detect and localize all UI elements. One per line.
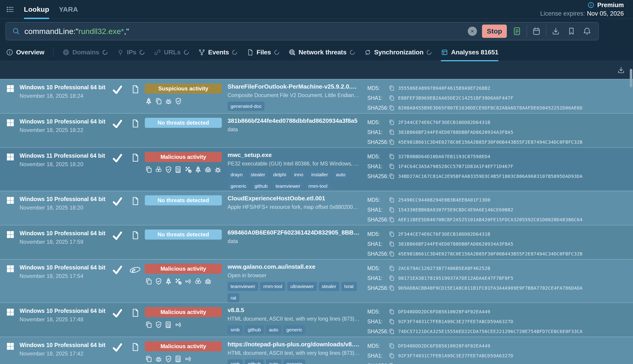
copy-hash-button[interactable] (388, 265, 395, 272)
tab-events[interactable]: Events (198, 44, 238, 61)
copy-hash-button[interactable] (388, 250, 395, 257)
analysis-row[interactable]: Windows 11 Professional 64 bitNovember 1… (0, 147, 633, 191)
copy-hash-button[interactable] (388, 206, 395, 213)
tag-installer[interactable]: installer (308, 170, 331, 179)
copy-hash-button[interactable] (388, 285, 395, 291)
link-icon (154, 49, 161, 56)
search-query[interactable]: commandLine:"rundll32.exe*," (24, 27, 468, 36)
export-icon[interactable] (617, 66, 625, 74)
copy-hash-button[interactable] (388, 328, 395, 334)
analysis-row[interactable]: Windows 10 Professional 64 bitNovember 1… (0, 191, 633, 225)
tag-auto[interactable]: auto (266, 360, 281, 364)
file-name[interactable]: ShareFileForOutlook-PerMachine-v25.9.2.0… (228, 83, 360, 90)
tab-files[interactable]: Files (246, 44, 280, 61)
hash-label: MD5: (367, 265, 388, 272)
task-complete-icon (112, 119, 123, 129)
copy-hash-button[interactable] (388, 173, 395, 180)
search-input[interactable]: commandLine:"rundll32.exe*," Stop (6, 22, 599, 40)
tab-lookup[interactable]: Lookup (24, 0, 49, 19)
report-icon[interactable] (512, 26, 522, 36)
tag-drayn[interactable]: drayn (228, 170, 246, 179)
tab-ips[interactable]: IPs (117, 44, 145, 61)
copy-hash-button[interactable] (388, 241, 395, 247)
tab-network-threats[interactable]: Network threats (288, 44, 355, 61)
download-icon[interactable] (551, 27, 560, 36)
copy-hash-button[interactable] (388, 343, 395, 349)
tag-tvrat[interactable]: tvrat (341, 282, 357, 291)
loading-spinner-icon (426, 49, 432, 55)
copy-hash-button[interactable] (388, 153, 395, 160)
analysis-row[interactable]: Windows 10 Professional 64 bitNovember 1… (0, 259, 633, 302)
tag-auto[interactable]: auto (333, 170, 348, 179)
file-name[interactable]: CloudExperienceHostOobe.etl.001 (228, 195, 360, 202)
tab-analyses-81651[interactable]: Analyses 81651 (441, 44, 498, 61)
copy-hash-button[interactable] (388, 139, 395, 145)
tab-synchronization[interactable]: Synchronization (364, 44, 432, 61)
copy-hash-button[interactable] (388, 95, 395, 101)
copy-hash-button[interactable] (388, 231, 395, 237)
file-name[interactable]: https://notepad-plus-plus.org/downloads/… (228, 341, 360, 348)
tag-smb[interactable]: smb (228, 325, 243, 334)
analysis-row[interactable]: Windows 10 Professional 64 bitNovember 1… (0, 113, 633, 147)
tag-generic[interactable]: generic (283, 325, 305, 334)
analysis-row[interactable]: Windows 10 Professional 64 bitNovember 1… (0, 302, 633, 337)
copy-hash-button[interactable] (388, 197, 395, 203)
tag-rmm-tool[interactable]: rmm-tool (260, 282, 285, 291)
scrollbar-thumb[interactable] (630, 69, 632, 87)
tag-generic[interactable]: generic (228, 182, 249, 191)
tag-rat[interactable]: rat (228, 293, 239, 302)
tag-github[interactable]: github (252, 182, 271, 191)
file-type-column (127, 337, 143, 364)
tag-teamviewer[interactable]: teamviewer (228, 282, 258, 291)
clear-search-button[interactable] (468, 26, 477, 36)
bookmark-icon[interactable] (567, 27, 576, 36)
copy-hash-button[interactable] (388, 308, 395, 315)
menu-icon[interactable] (6, 5, 14, 14)
file-name[interactable]: mwc_setup.exe (228, 152, 360, 158)
copy-hash-button[interactable] (388, 216, 395, 223)
copy-hash-button[interactable] (388, 352, 395, 359)
analysis-date: November 18, 2025 17:54 (20, 273, 105, 279)
tab-domains[interactable]: Domains (62, 44, 108, 61)
file-name[interactable]: www.galano.com.au/install.exe (228, 263, 360, 270)
tag-generated-doc[interactable]: generated-doc (228, 102, 265, 111)
copy-hash-button[interactable] (388, 105, 395, 111)
copy-hash-button[interactable] (388, 119, 395, 126)
hash-label: MD5: (367, 119, 388, 126)
bell-icon[interactable] (583, 27, 591, 36)
tab-label: Files (257, 49, 271, 56)
tag-github[interactable]: github (245, 360, 264, 364)
tag-teamviewer[interactable]: teamviewer (273, 182, 303, 191)
tag-smb[interactable]: smb (228, 360, 243, 364)
tab-overview[interactable]: Overview (6, 44, 44, 61)
tag-stealer[interactable]: stealer (319, 282, 339, 291)
tag-github[interactable]: github (245, 325, 264, 334)
tag-ultraviewer[interactable]: ultraviewer (287, 282, 317, 291)
tag-auto[interactable]: auto (266, 325, 281, 334)
file-column: www.galano.com.au/install.exeOpen in bro… (224, 260, 364, 302)
tag-delphi[interactable]: delphi (270, 170, 289, 179)
analysis-row[interactable]: Windows 10 Professional 64 bitNovember 1… (0, 225, 633, 259)
tag-generic[interactable]: generic (283, 360, 305, 364)
license-label: License expires: (540, 10, 585, 17)
copy-hash-button[interactable] (388, 275, 395, 282)
document-icon (130, 308, 140, 318)
file-name[interactable]: 698460A0B6E60F2F602361424D832905_8BB23D4… (228, 229, 360, 236)
file-name[interactable]: 381b866bf244fe4ed0788dbbfad8620934a3f8a5 (228, 117, 360, 124)
analysis-row[interactable]: Windows 10 Professional 64 bitNovember 1… (0, 337, 633, 364)
analysis-row[interactable]: Windows 10 Professional 64 bitNovember 1… (0, 79, 633, 113)
copy-hash-button[interactable] (388, 362, 395, 364)
tab-urls[interactable]: URLs (154, 44, 189, 61)
tab-yara[interactable]: YARA (59, 0, 78, 19)
tag-inno[interactable]: inno (291, 170, 306, 179)
tag-stealer[interactable]: stealer (248, 170, 268, 179)
file-name[interactable]: v8.8.5 (228, 306, 360, 314)
copy-hash-button[interactable] (388, 163, 395, 170)
tab-lookup-label: Lookup (24, 6, 49, 13)
stop-button[interactable]: Stop (482, 24, 507, 38)
calendar-icon[interactable] (532, 27, 541, 36)
copy-hash-button[interactable] (388, 85, 395, 91)
copy-hash-button[interactable] (388, 318, 395, 325)
tag-rmm-tool[interactable]: rmm-tool (305, 182, 330, 191)
copy-hash-button[interactable] (388, 129, 395, 136)
